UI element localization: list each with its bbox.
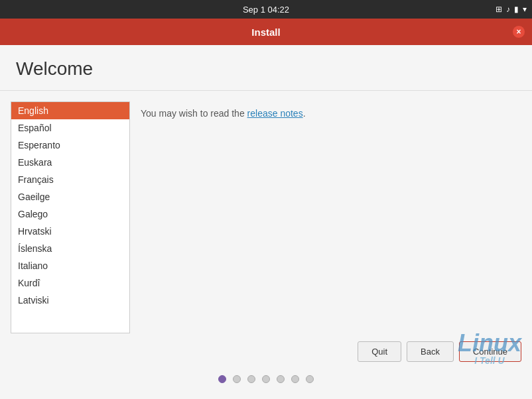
language-item[interactable]: Español [11,119,129,137]
language-list: EnglishEspañolEsperantoEuskaraFrançaisGa… [11,101,130,333]
pagination-dot[interactable] [291,375,299,383]
pagination-dot[interactable] [306,375,314,383]
pagination-dot[interactable] [218,375,226,383]
language-item[interactable]: Français [11,171,129,188]
release-notes-text-before: You may wish to read the [141,108,247,119]
release-notes-link[interactable]: release notes [247,108,303,119]
divider [0,90,532,91]
language-item[interactable]: Kurdî [11,274,129,292]
language-item[interactable]: Gaeilge [11,188,129,205]
main-area: EnglishEspañolEsperantoEuskaraFrançaisGa… [0,101,532,333]
watermark: Linux I Tell U [458,331,521,366]
install-window: Install × Welcome EnglishEspañolEsperant… [0,19,532,399]
topbar-icons: ⊞ ♪ ▮ ▾ [496,5,527,14]
language-item[interactable]: Italiano [11,257,129,274]
back-button[interactable]: Back [407,341,454,362]
close-button[interactable]: × [512,25,525,38]
quit-button[interactable]: Quit [358,341,401,362]
language-item[interactable]: Galego [11,205,129,223]
battery-icon: ▮ [514,5,519,14]
pagination-dot[interactable] [247,375,255,383]
right-content: You may wish to read the release notes. [141,101,521,333]
watermark-itell: I Tell U [458,355,521,366]
release-notes-text-after: . [303,108,306,119]
bottom-area: Linux I Tell U Quit Back Continue [0,333,532,399]
pagination-dots [11,370,521,391]
language-item[interactable]: Euskara [11,154,129,171]
language-item[interactable]: Latviski [11,292,129,309]
pagination-dot[interactable] [262,375,270,383]
system-topbar: Sep 1 04:22 ⊞ ♪ ▮ ▾ [0,0,532,19]
watermark-linux: Linux [458,331,521,355]
language-item[interactable]: Esperanto [11,137,129,154]
release-notes-paragraph: You may wish to read the release notes. [141,107,306,121]
language-item[interactable]: Íslenska [11,240,129,257]
volume-icon: ♪ [506,5,510,14]
network-icon: ⊞ [496,5,502,14]
system-time: Sep 1 04:22 [243,5,289,15]
page-title: Welcome [0,45,532,90]
content-area: Welcome EnglishEspañolEsperantoEuskaraFr… [0,45,532,399]
pagination-dot[interactable] [277,375,285,383]
dropdown-icon[interactable]: ▾ [523,5,527,14]
window-title: Install [251,27,280,38]
pagination-dot[interactable] [233,375,241,383]
language-item[interactable]: English [11,102,129,119]
language-item[interactable]: Hrvatski [11,223,129,240]
titlebar: Install × [0,19,532,45]
